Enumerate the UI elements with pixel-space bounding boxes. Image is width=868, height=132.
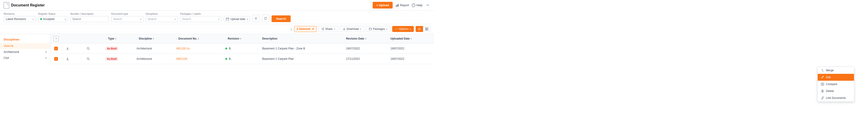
svg-rect-5 bbox=[226, 18, 229, 21]
chevron-down-icon: ▾ bbox=[33, 18, 34, 21]
svg-line-13 bbox=[322, 28, 323, 29]
settings-icon bbox=[254, 17, 257, 20]
calendar-icon bbox=[226, 18, 229, 21]
filter-icon[interactable]: ▾ bbox=[115, 37, 116, 40]
row-download-cell bbox=[62, 44, 82, 54]
sort-icon[interactable]: ▾ bbox=[365, 37, 366, 40]
report-button[interactable]: Report bbox=[395, 3, 409, 7]
svg-point-12 bbox=[323, 30, 324, 30]
upload-date-select[interactable]: Upload date ▾ bbox=[224, 16, 250, 22]
revision-status-dot bbox=[225, 58, 227, 60]
sidebar-item-civil[interactable]: Civil 2 bbox=[0, 55, 50, 61]
grid-view-button[interactable] bbox=[423, 26, 430, 32]
row-document-no-cell: AB1100-1s bbox=[173, 44, 223, 54]
row-revision-cell: B. bbox=[223, 44, 259, 54]
col-type: ↑ Type ▾ bbox=[103, 34, 134, 44]
chevron-down-icon: ▾ bbox=[65, 18, 66, 21]
svg-rect-2 bbox=[398, 4, 399, 7]
svg-point-11 bbox=[322, 29, 322, 29]
filter-icon[interactable]: ▾ bbox=[240, 37, 241, 40]
chevron-down-icon: ▾ bbox=[386, 28, 388, 30]
number-description-filter: Number / description bbox=[70, 12, 109, 22]
svg-rect-1 bbox=[397, 5, 398, 7]
list-view-button[interactable] bbox=[415, 26, 423, 32]
help-icon: ? bbox=[412, 3, 415, 7]
number-description-input[interactable] bbox=[70, 16, 109, 22]
document-no-link[interactable]: AB51100 bbox=[176, 57, 187, 60]
svg-rect-25 bbox=[427, 28, 428, 29]
table-container: − ↑ Type ▾ ↑ Discipline ▾ ↑ Document No.… bbox=[51, 34, 434, 64]
view-toggle bbox=[415, 26, 430, 32]
revisions-label: Revisions bbox=[4, 12, 36, 15]
share-button[interactable]: Share ▾ bbox=[318, 26, 338, 32]
svg-point-9 bbox=[255, 18, 256, 19]
table-row: As Built Architectural AB1100-1s B. Base… bbox=[51, 44, 434, 54]
sidebar-item-architectural[interactable]: Architectural 3 bbox=[0, 49, 50, 55]
list-icon bbox=[418, 27, 421, 31]
collapse-button[interactable] bbox=[425, 3, 430, 8]
filter-icon[interactable]: ▾ bbox=[198, 37, 199, 40]
row-discipline-cell: Architectural bbox=[134, 54, 173, 64]
revisions-select[interactable]: Latest Revisions ▾ bbox=[4, 16, 36, 22]
status-dot bbox=[40, 18, 42, 20]
refresh-icon-button[interactable] bbox=[262, 15, 269, 22]
register-status-select[interactable]: Accepted ▾ bbox=[38, 16, 68, 22]
teal-arrow-container: ↓ bbox=[290, 27, 292, 31]
sort-icon[interactable]: ▾ bbox=[410, 37, 412, 40]
document-type-select[interactable]: Search ▾ bbox=[111, 16, 143, 22]
download-button[interactable]: Download ▾ bbox=[340, 26, 364, 32]
packages-labels-filter: Packages / Labels Search ▾ bbox=[180, 12, 221, 22]
select-all-header: − bbox=[51, 34, 62, 44]
settings-icon-button[interactable] bbox=[252, 15, 259, 22]
row-checkbox[interactable] bbox=[54, 47, 58, 50]
sidebar: Disciplines View All Architectural 3 Civ… bbox=[0, 34, 51, 64]
row-type-cell: As Built bbox=[103, 44, 134, 54]
packages-icon bbox=[369, 28, 372, 30]
select-all-checkbox[interactable]: − bbox=[53, 36, 59, 42]
svg-line-14 bbox=[322, 29, 323, 30]
row-revision-cell: B. bbox=[223, 54, 259, 64]
download-icon bbox=[66, 57, 69, 60]
row-checkbox[interactable] bbox=[54, 57, 58, 61]
chevron-down-icon: ▾ bbox=[334, 28, 335, 30]
sidebar-item-view-all[interactable]: View All bbox=[0, 43, 50, 49]
revisions-filter: Revisions Latest Revisions ▾ bbox=[4, 12, 36, 22]
col-description: Description bbox=[259, 34, 343, 44]
disciplines-select[interactable]: Search ▾ bbox=[146, 16, 178, 22]
upload-button[interactable]: + Upload bbox=[373, 2, 393, 8]
search-row-icon[interactable] bbox=[85, 56, 91, 62]
col-document-no: ↑ Document No. ▾ bbox=[173, 34, 223, 44]
help-button[interactable]: ? Help bbox=[412, 3, 423, 7]
col-revision-date: Revision Date ▾ bbox=[343, 34, 388, 44]
refresh-icon bbox=[264, 17, 267, 20]
col-discipline: ↑ Discipline ▾ bbox=[134, 34, 173, 44]
download-row-icon[interactable] bbox=[64, 45, 71, 52]
sidebar-header: Disciplines bbox=[0, 36, 50, 43]
row-uploaded-date-cell: 19/07/2022 bbox=[388, 44, 434, 54]
svg-line-30 bbox=[89, 49, 89, 50]
packages-button[interactable]: Packages ▾ bbox=[366, 26, 390, 32]
clear-selection-button[interactable]: ✕ bbox=[312, 27, 314, 31]
content-area: − ↑ Type ▾ ↑ Discipline ▾ ↑ Document No.… bbox=[51, 34, 434, 64]
download-row-icon[interactable] bbox=[64, 56, 71, 62]
row-description-cell: Basement 1 Carpark Plan bbox=[259, 54, 343, 64]
packages-labels-select[interactable]: Search ▾ bbox=[180, 16, 221, 22]
register-status-label: Register Status bbox=[38, 12, 68, 15]
grid-icon bbox=[425, 27, 428, 31]
search-button[interactable]: Search bbox=[272, 16, 291, 22]
search-row-icon[interactable] bbox=[85, 45, 91, 52]
row-revision-date-cell: 17/11/2022 bbox=[343, 54, 388, 64]
row-uploaded-date-cell: 19/07/2022 bbox=[388, 54, 434, 64]
filter-icon[interactable]: ▾ bbox=[153, 37, 154, 40]
options-button[interactable]: Options ▾ bbox=[392, 26, 414, 32]
disciplines-label: Disciplines bbox=[146, 12, 178, 15]
row-type-cell: As Built bbox=[103, 54, 134, 64]
chevron-down-icon: ▾ bbox=[218, 18, 219, 21]
col-revision: ↑ Revision ▾ bbox=[223, 34, 259, 44]
document-no-link[interactable]: AB1100-1s bbox=[176, 47, 190, 50]
svg-point-29 bbox=[87, 47, 89, 49]
svg-point-19 bbox=[396, 29, 397, 29]
number-description-label: Number / description bbox=[70, 12, 109, 15]
packages-labels-label: Packages / Labels bbox=[180, 12, 221, 15]
row-description-cell: Basement 1 Carpark Plan - Zone B bbox=[259, 44, 343, 54]
